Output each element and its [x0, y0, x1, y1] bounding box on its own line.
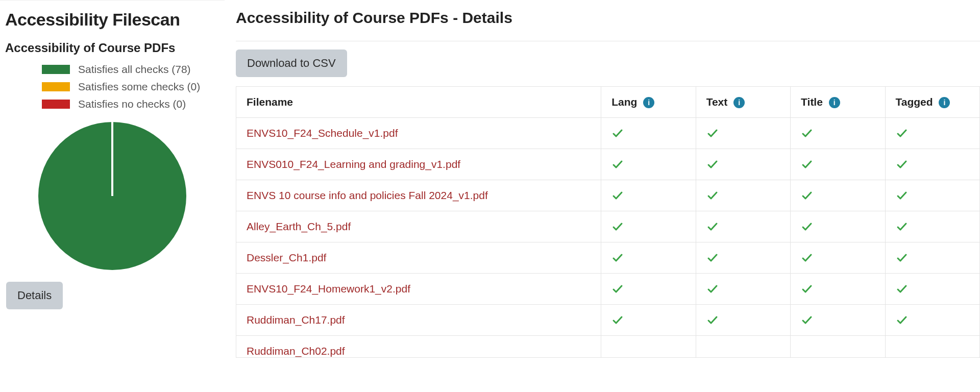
check-icon [801, 127, 874, 139]
check-icon [611, 127, 685, 139]
cell-text [696, 149, 790, 180]
cell-lang [601, 211, 696, 242]
check-icon [896, 220, 969, 233]
details-title: Accessibility of Course PDFs - Details [236, 9, 980, 27]
files-table: Filename Lang i Text i Title i Tagged i [236, 86, 980, 358]
legend-item-none: Satisfies no checks (0) [42, 98, 219, 110]
cell-lang [601, 274, 696, 305]
cell-lang [601, 180, 696, 211]
check-icon [896, 252, 969, 264]
col-text: Text i [696, 87, 790, 118]
check-icon [706, 127, 780, 139]
check-icon [611, 220, 685, 233]
check-icon [801, 314, 874, 326]
cell-text [696, 211, 790, 242]
cell-lang [601, 149, 696, 180]
cell-tagged [885, 180, 979, 211]
table-row: ENVS10_F24_Homework1_v2.pdf [236, 274, 980, 305]
legend-label: Satisfies all checks (78) [78, 63, 191, 76]
info-icon[interactable]: i [829, 97, 840, 108]
cell-title [791, 305, 885, 336]
cell-title [791, 118, 885, 149]
file-link[interactable]: Ruddiman_Ch02.pdf [247, 345, 345, 357]
check-icon [611, 314, 685, 326]
check-icon [801, 189, 874, 202]
page-title: Accessibility Filescan [5, 10, 219, 30]
cell-tagged [885, 149, 979, 180]
check-icon [896, 189, 969, 202]
cell-title [791, 242, 885, 274]
cell-tagged [885, 274, 979, 305]
file-link[interactable]: ENVS010_F24_Learning and grading_v1.pdf [247, 158, 460, 170]
pie-chart [5, 119, 219, 273]
check-icon [611, 158, 685, 170]
cell-tagged [885, 242, 979, 274]
cell-lang [601, 118, 696, 149]
cell-title [791, 211, 885, 242]
check-icon [801, 220, 874, 233]
cell-text [696, 274, 790, 305]
cell-title [791, 180, 885, 211]
table-row: Ruddiman_Ch02.pdf [236, 336, 980, 358]
cell-lang [601, 305, 696, 336]
info-icon[interactable]: i [643, 97, 654, 108]
chart-legend: Satisfies all checks (78) Satisfies some… [42, 63, 219, 110]
cell-title [791, 274, 885, 305]
cell-text [696, 242, 790, 274]
table-header-row: Filename Lang i Text i Title i Tagged i [236, 87, 980, 118]
check-icon [706, 189, 780, 202]
cell-text [696, 180, 790, 211]
legend-item-all: Satisfies all checks (78) [42, 63, 219, 76]
check-icon [611, 252, 685, 264]
cell-lang [601, 242, 696, 274]
check-icon [896, 283, 969, 295]
cell-text [696, 118, 790, 149]
check-icon [706, 283, 780, 295]
legend-swatch-orange [42, 82, 70, 91]
check-icon [896, 158, 969, 170]
col-tagged: Tagged i [885, 87, 979, 118]
col-lang: Lang i [601, 87, 696, 118]
table-row: ENVS10_F24_Schedule_v1.pdf [236, 118, 980, 149]
check-icon [611, 283, 685, 295]
file-link[interactable]: ENVS10_F24_Schedule_v1.pdf [247, 127, 398, 139]
check-icon [706, 252, 780, 264]
file-link[interactable]: Dessler_Ch1.pdf [247, 252, 326, 263]
check-icon [706, 220, 780, 233]
check-icon [706, 158, 780, 170]
file-link[interactable]: ENVS 10 course info and policies Fall 20… [247, 189, 488, 201]
divider [236, 41, 980, 41]
cell-text [696, 305, 790, 336]
info-icon[interactable]: i [939, 97, 950, 108]
info-icon[interactable]: i [733, 97, 745, 108]
check-icon [611, 189, 685, 202]
check-icon [896, 127, 969, 139]
table-row: ENVS010_F24_Learning and grading_v1.pdf [236, 149, 980, 180]
file-link[interactable]: Ruddiman_Ch17.pdf [247, 314, 345, 326]
chart-subtitle: Accessibility of Course PDFs [5, 41, 219, 55]
cell-tagged [885, 305, 979, 336]
check-icon [801, 283, 874, 295]
legend-swatch-green [42, 65, 70, 74]
legend-swatch-red [42, 100, 70, 109]
table-row: ENVS 10 course info and policies Fall 20… [236, 180, 980, 211]
legend-item-some: Satisfies some checks (0) [42, 81, 219, 93]
col-filename: Filename [236, 87, 601, 118]
table-row: Ruddiman_Ch17.pdf [236, 305, 980, 336]
cell-tagged [885, 211, 979, 242]
check-icon [801, 158, 874, 170]
table-row: Dessler_Ch1.pdf [236, 242, 980, 274]
col-title: Title i [791, 87, 885, 118]
download-csv-button[interactable]: Download to CSV [236, 50, 347, 77]
table-row: Alley_Earth_Ch_5.pdf [236, 211, 980, 242]
file-link[interactable]: Alley_Earth_Ch_5.pdf [247, 220, 351, 232]
check-icon [801, 252, 874, 264]
cell-title [791, 149, 885, 180]
main-content: Accessibility of Course PDFs - Details D… [225, 0, 980, 392]
legend-label: Satisfies some checks (0) [78, 81, 200, 93]
details-button[interactable]: Details [6, 282, 63, 309]
check-icon [706, 314, 780, 326]
file-link[interactable]: ENVS10_F24_Homework1_v2.pdf [247, 283, 410, 295]
sidebar: Accessibility Filescan Accessibility of … [0, 0, 225, 392]
check-icon [896, 314, 969, 326]
